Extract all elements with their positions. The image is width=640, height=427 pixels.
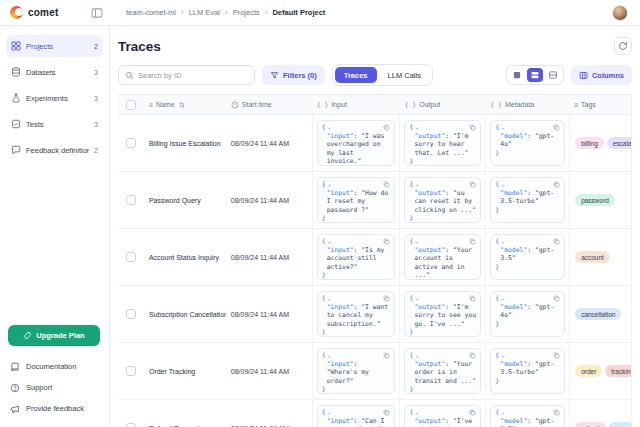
copy-icon[interactable] [383,409,390,416]
sidebar-item-datasets[interactable]: Datasets3 [6,61,103,83]
trace-name[interactable]: Order Tracking [144,343,226,399]
tag-billing[interactable]: billing [575,137,604,149]
trace-row-order-tracking[interactable]: Order Tracking08/09/24 11:44 AM{⌄"input"… [118,343,631,400]
trace-row-subscription-cancellation[interactable]: Subscription Cancellation08/09/24 11:44 … [118,286,631,343]
copy-icon[interactable] [383,181,390,188]
json-preview-metadata[interactable]: {⌄"model": "gpt-4o"} [490,291,565,337]
json-preview-input[interactable]: {⌄"input": "Can I get a refund for my la… [317,405,396,427]
json-preview-output[interactable]: {⌄"output": "Your account is active and … [404,234,481,280]
trace-row-account-status-inquiry[interactable]: Account Status Inquiry08/09/24 11:44 AM{… [118,229,631,286]
copy-icon[interactable] [553,352,560,359]
json-preview-output[interactable]: {⌄"output": "I'm sorry to see you go. I'… [404,291,481,337]
column-header-input[interactable]: { } Input [312,101,400,109]
trace-row-billing-issue-escalation[interactable]: Billing Issue Escalation08/09/24 11:44 A… [118,115,631,172]
tag-request[interactable]: request [609,422,631,427]
density-large-icon[interactable] [545,68,561,82]
json-preview-input[interactable]: {⌄"input": "I was overcharged on my last… [317,120,396,166]
json-preview-output[interactable]: {⌄"output": "I've submitted your refund … [404,405,481,427]
json-preview-input[interactable]: {⌄"input": "Is my account still active?"… [317,234,396,280]
tag-cancellation[interactable]: cancellation [575,308,621,320]
sidebar-item-support[interactable]: Support [6,377,103,398]
copy-icon[interactable] [383,352,390,359]
trace-name[interactable]: Refund Request [144,400,226,427]
tab-llm-calls[interactable]: LLM Calls [379,67,430,83]
row-checkbox[interactable] [126,138,136,148]
json-preview-input[interactable]: {⌄"input": "I want to cancel my subscrip… [317,291,396,337]
copy-icon[interactable] [553,181,560,188]
row-checkbox[interactable] [126,195,136,205]
breadcrumb-item-team-comet-ml[interactable]: team-comet-ml [126,8,176,17]
copy-icon[interactable] [469,409,476,416]
trace-row-password-query[interactable]: Password Query08/09/24 11:44 AM{⌄"input"… [118,172,631,229]
sidebar-item-documentation[interactable]: Documentation [6,356,103,377]
json-preview-input[interactable]: {⌄"input": "How do I reset my password ?… [317,177,396,223]
tag-tracking[interactable]: tracking [605,365,631,377]
tag-password[interactable]: password [575,194,615,206]
refresh-button[interactable] [614,37,632,55]
breadcrumb-item-default-project[interactable]: Default Project [272,8,325,17]
copy-icon[interactable] [553,295,560,302]
trace-name[interactable]: Password Query [144,172,226,228]
copy-icon[interactable] [469,352,476,359]
row-checkbox[interactable] [126,366,136,376]
copy-icon[interactable] [553,409,560,416]
sidebar-item-projects[interactable]: Projects2 [6,35,103,57]
row-checkbox[interactable] [126,252,136,262]
tag-escalation[interactable]: escalation [607,137,631,149]
item-count-badge: 3 [94,95,98,102]
row-checkbox[interactable] [126,423,136,427]
copy-icon[interactable] [383,295,390,302]
json-preview-metadata[interactable]: {⌄"model": "gpt-3.5-turbo"} [490,348,565,394]
comet-logo[interactable]: comet [0,6,88,19]
upgrade-plan-button[interactable]: Upgrade Plan [8,325,100,346]
column-header-start-time[interactable]: Start time [226,101,312,109]
sidebar-item-tests[interactable]: Tests3 [6,113,103,135]
column-header-tags[interactable]: ≡ Tags [569,101,631,109]
filters-button[interactable]: Filters (0) [262,65,325,85]
column-header-metadata[interactable]: { } Metadata [485,101,569,109]
copy-icon[interactable] [553,124,560,131]
sidebar-item-feedback-definitions[interactable]: Feedback definitions2 [6,139,103,161]
column-header-output[interactable]: { } Output [399,101,485,109]
trace-name[interactable]: Account Status Inquiry [144,229,226,285]
select-all-checkbox[interactable] [126,100,136,110]
trace-row-refund-request[interactable]: Refund Request08/09/24 11:44 AM{⌄"input"… [118,400,631,427]
json-preview-metadata[interactable]: {⌄"model": "gpt-3.5"} [490,234,565,280]
sidebar-item-experiments[interactable]: Experiments3 [6,87,103,109]
json-preview-output[interactable]: {⌄"output": "Your order is in transit an… [404,348,481,394]
json-preview-input[interactable]: {⌄"input": "Where's my order?"} [317,348,396,394]
sidebar-collapse-icon[interactable] [90,6,104,20]
json-preview-metadata[interactable]: {⌄"model": "gpt-3.5"} [490,405,565,427]
sort-icon[interactable] [178,101,186,109]
breadcrumb-item-projects[interactable]: Projects [233,8,260,17]
json-preview-metadata[interactable]: {⌄"model": "gpt-3.5-turbo"} [490,177,565,223]
chevron-down-icon: ⌄ [328,123,332,130]
copy-icon[interactable] [383,238,390,245]
json-preview-output[interactable]: {⌄"output": "ou can reset it by clicking… [404,177,481,223]
trace-name[interactable]: Billing Issue Escalation [144,115,226,171]
copy-icon[interactable] [469,124,476,131]
copy-icon[interactable] [469,181,476,188]
trace-name[interactable]: Subscription Cancellation [144,286,226,342]
tab-traces[interactable]: Traces [335,67,377,83]
copy-icon[interactable] [469,238,476,245]
json-preview-output[interactable]: {⌄"output": "I'm sorry to hear that. Let… [404,120,481,166]
column-header-name[interactable]: ≡ Name [144,101,226,109]
breadcrumb-item-llm-eval[interactable]: LLM Eval [189,8,220,17]
copy-icon[interactable] [383,124,390,131]
density-medium-icon[interactable] [527,68,543,82]
tag-order[interactable]: order [575,365,602,377]
tag-account[interactable]: account [575,251,610,263]
copy-icon[interactable] [469,295,476,302]
sidebar-item-provide-feedback[interactable]: Provide feedback [6,398,103,419]
columns-button[interactable]: Columns [571,65,632,85]
item-count-badge: 2 [94,147,98,154]
tag-refund[interactable]: refund [575,422,605,427]
search-input[interactable] [138,71,248,80]
copy-icon[interactable] [553,238,560,245]
density-small-icon[interactable] [509,68,525,82]
user-avatar[interactable] [612,5,628,21]
json-preview-metadata[interactable]: {⌄"model": "gpt-4o"} [490,120,565,166]
row-checkbox[interactable] [126,309,136,319]
trace-tags: password [569,172,631,228]
